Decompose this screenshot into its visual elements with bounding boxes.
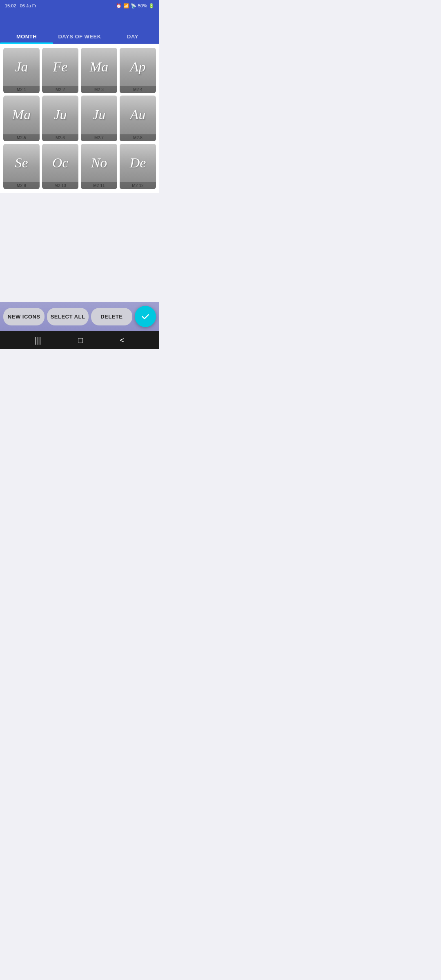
icon-code-m2-11: M2-11 (81, 182, 117, 189)
header: MONTH DAYS OF WEEK DAY (0, 11, 159, 44)
svg-point-0 (140, 311, 151, 322)
icon-letter-m2-2: Fe (53, 48, 68, 86)
icon-code-m2-10: M2-10 (42, 182, 78, 189)
header-space (0, 17, 159, 29)
icon-code-m2-12: M2-12 (120, 182, 156, 189)
delete-button[interactable]: DELETE (91, 308, 132, 325)
icon-cell-m2-12[interactable]: DeM2-12 (120, 144, 156, 189)
icon-grid: JaM2-1FeM2-2MaM2-3ApM2-4MaM2-5JuM2-6JuM2… (3, 48, 156, 189)
home-icon[interactable]: □ (78, 336, 83, 345)
icon-letter-m2-6: Ju (53, 96, 67, 134)
wifi-icon: 📶 (123, 3, 129, 9)
icon-letter-m2-3: Ma (90, 48, 108, 86)
icon-code-m2-8: M2-8 (120, 134, 156, 141)
tab-day[interactable]: DAY (106, 29, 159, 44)
icon-cell-m2-11[interactable]: NoM2-11 (81, 144, 117, 189)
confirm-fab-button[interactable] (135, 306, 156, 327)
status-date: 06 Ja Fr (20, 3, 36, 8)
icon-code-m2-3: M2-3 (81, 86, 117, 93)
icon-cell-m2-8[interactable]: AuM2-8 (120, 96, 156, 141)
icon-code-m2-5: M2-5 (3, 134, 40, 141)
bottom-toolbar: NEW ICONS SELECT ALL DELETE (0, 302, 159, 331)
status-time: 15:02 (5, 3, 16, 8)
icon-code-m2-4: M2-4 (120, 86, 156, 93)
icon-letter-m2-9: Se (15, 144, 28, 182)
tab-month[interactable]: MONTH (0, 29, 53, 44)
icon-code-m2-7: M2-7 (81, 134, 117, 141)
icon-code-m2-6: M2-6 (42, 134, 78, 141)
icon-cell-m2-5[interactable]: MaM2-5 (3, 96, 40, 141)
back-icon[interactable]: < (120, 336, 125, 345)
icon-letter-m2-7: Ju (92, 96, 105, 134)
select-all-button[interactable]: SELECT ALL (47, 308, 88, 325)
signal-icon: 📡 (131, 3, 136, 9)
new-icons-button[interactable]: NEW ICONS (3, 308, 45, 325)
spacer (0, 193, 159, 302)
icon-code-m2-9: M2-9 (3, 182, 40, 189)
icon-cell-m2-7[interactable]: JuM2-7 (81, 96, 117, 141)
status-time-date: 15:02 06 Ja Fr (5, 3, 36, 8)
icon-cell-m2-9[interactable]: SeM2-9 (3, 144, 40, 189)
recent-apps-icon[interactable]: ||| (35, 336, 41, 345)
icon-letter-m2-10: Oc (52, 144, 69, 182)
icon-cell-m2-10[interactable]: OcM2-10 (42, 144, 78, 189)
alarm-icon: ⏰ (116, 3, 122, 9)
icon-letter-m2-12: De (130, 144, 146, 182)
icon-cell-m2-1[interactable]: JaM2-1 (3, 48, 40, 93)
icon-code-m2-1: M2-1 (3, 86, 40, 93)
icon-cell-m2-2[interactable]: FeM2-2 (42, 48, 78, 93)
battery-icon: 🔋 (149, 3, 154, 9)
icon-code-m2-2: M2-2 (42, 86, 78, 93)
icon-cell-m2-4[interactable]: ApM2-4 (120, 48, 156, 93)
tab-days-of-week[interactable]: DAYS OF WEEK (53, 29, 106, 44)
icon-letter-m2-8: Au (130, 96, 146, 134)
battery-text: 50% (138, 3, 147, 8)
icon-grid-container: JaM2-1FeM2-2MaM2-3ApM2-4MaM2-5JuM2-6JuM2… (0, 44, 159, 193)
nav-bar: ||| □ < (0, 331, 159, 349)
main-content: JaM2-1FeM2-2MaM2-3ApM2-4MaM2-5JuM2-6JuM2… (0, 44, 159, 302)
icon-cell-m2-6[interactable]: JuM2-6 (42, 96, 78, 141)
status-icons: ⏰ 📶 📡 50% 🔋 (116, 3, 154, 9)
status-bar: 15:02 06 Ja Fr ⏰ 📶 📡 50% 🔋 (0, 0, 159, 11)
icon-letter-m2-5: Ma (12, 96, 31, 134)
tab-bar: MONTH DAYS OF WEEK DAY (0, 29, 159, 44)
checkmark-icon (140, 311, 151, 322)
icon-letter-m2-11: No (91, 144, 107, 182)
icon-letter-m2-4: Ap (130, 48, 146, 86)
icon-letter-m2-1: Ja (15, 48, 28, 86)
icon-cell-m2-3[interactable]: MaM2-3 (81, 48, 117, 93)
